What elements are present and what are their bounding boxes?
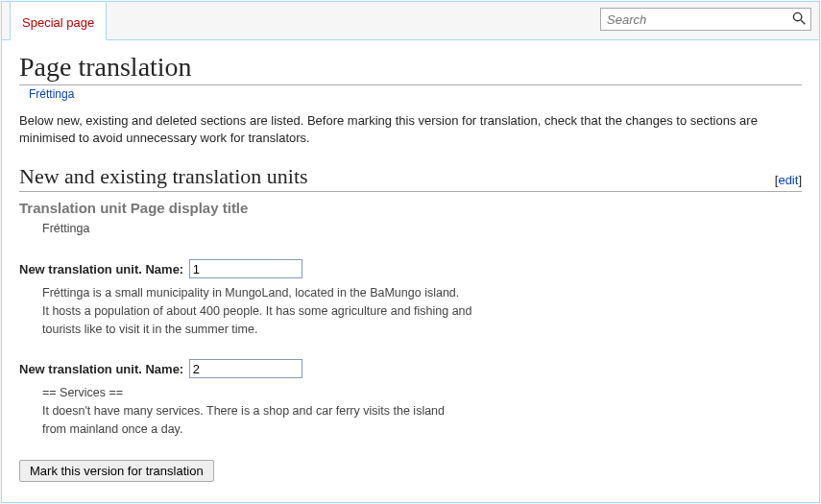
edit-section: [edit] (775, 173, 802, 187)
unit1-line2: It hosts a population of about 400 peopl… (42, 304, 472, 318)
unit2-line1: == Services == (42, 386, 123, 399)
search-input[interactable] (601, 11, 787, 29)
unit2-name-input[interactable] (189, 359, 302, 378)
tab-special-page[interactable]: Special page (10, 2, 107, 40)
content-area: Page translation Fréttinga Below new, ex… (2, 40, 819, 499)
unit-title-display: Translation unit Page display title (19, 200, 802, 216)
edit-link[interactable]: edit (778, 173, 798, 187)
page-title: Page translation (19, 52, 802, 85)
search-icon[interactable] (787, 12, 810, 28)
unit2-body: == Services == It doesn't have many serv… (42, 384, 802, 438)
unit1-label-row: New translation unit. Name: (19, 259, 802, 278)
unit1-line3: tourists like to visit it in the summer … (42, 323, 257, 336)
breadcrumb: Fréttinga (29, 87, 802, 101)
unit-body-display: Fréttinga (42, 220, 802, 238)
svg-point-0 (793, 12, 801, 20)
unit1-name-input[interactable] (189, 259, 302, 278)
unit2-line3: from mainland once a day. (42, 422, 182, 436)
unit2-label: New translation unit. Name: (19, 362, 183, 376)
unit1-line1: Fréttinga is a small municipality in Mun… (42, 286, 459, 300)
unit1-label: New translation unit. Name: (19, 262, 183, 276)
tab-label: Special page (22, 15, 94, 30)
unit1-body: Fréttinga is a small municipality in Mun… (42, 284, 802, 338)
svg-line-1 (801, 20, 805, 24)
top-bar: Special page (2, 2, 819, 40)
unit2-label-row: New translation unit. Name: (19, 359, 802, 378)
search-box (600, 8, 811, 31)
page-root: Special page Page translation Fréttinga … (1, 1, 820, 503)
section-heading: New and existing translation units [edit… (19, 164, 802, 192)
section-heading-text: New and existing translation units (19, 164, 308, 188)
unit2-line2: It doesn't have many services. There is … (42, 404, 445, 418)
breadcrumb-link[interactable]: Fréttinga (29, 87, 74, 101)
mark-for-translation-button[interactable]: Mark this version for translation (19, 460, 214, 482)
intro-text: Below new, existing and deleted sections… (19, 112, 802, 147)
